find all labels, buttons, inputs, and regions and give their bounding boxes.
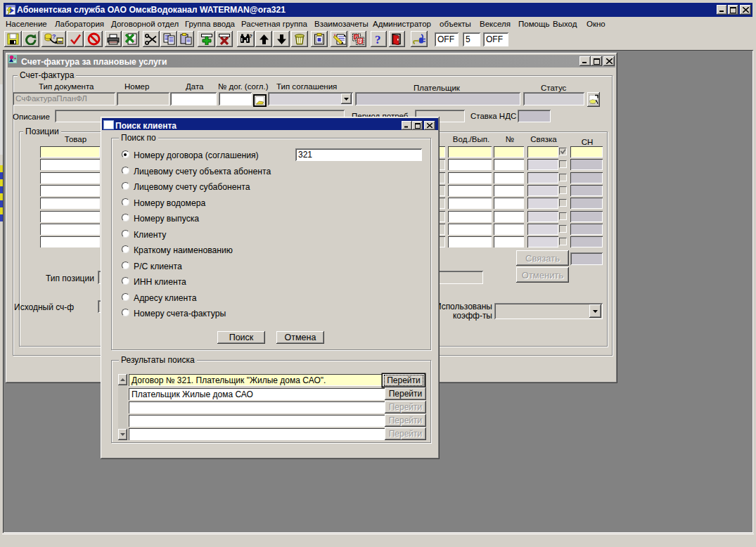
svg-text:?: ? bbox=[52, 33, 56, 40]
svg-text:?: ? bbox=[375, 33, 381, 46]
svg-text:FI: FI bbox=[359, 39, 363, 44]
svg-text:?: ? bbox=[249, 33, 252, 39]
